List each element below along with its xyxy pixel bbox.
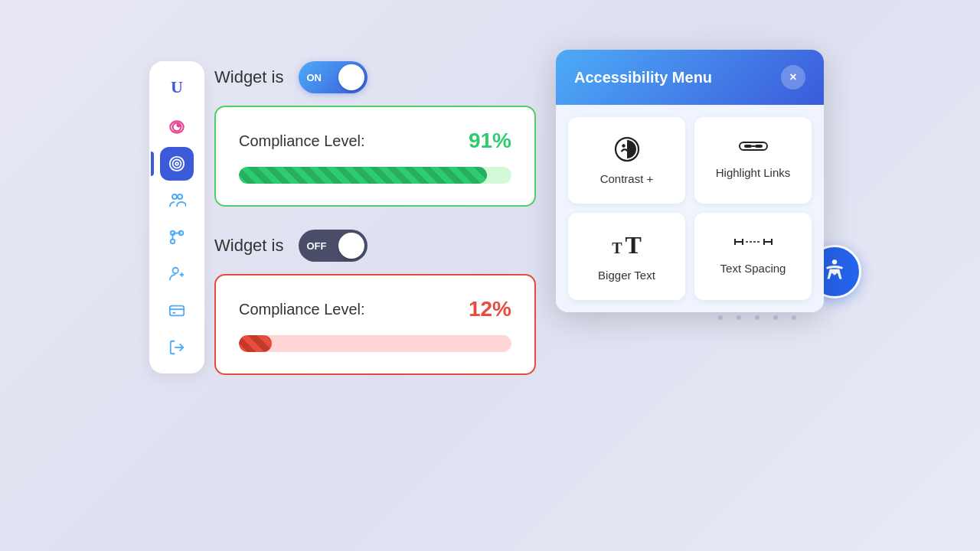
svg-rect-21 — [744, 145, 752, 148]
sidebar-item-person-add[interactable] — [160, 257, 194, 291]
compliance-on-label: Compliance Level: — [239, 132, 365, 150]
sidebar-item-users[interactable] — [160, 184, 194, 217]
compliance-off-value: 12% — [469, 297, 511, 321]
compliance-card-green: Compliance Level: 91% — [214, 106, 536, 207]
sidebar: U — [149, 61, 204, 373]
modal-title: Accessibility Menu — [574, 69, 712, 86]
highlight-links-option[interactable]: Highlight Links — [694, 117, 812, 204]
toggle-on-text: ON — [306, 72, 322, 83]
users-icon — [168, 191, 186, 210]
svg-point-6 — [178, 194, 182, 199]
progress-bar-red-bg — [239, 335, 511, 352]
sidebar-item-logo[interactable]: U — [160, 70, 194, 104]
exit-icon — [168, 339, 185, 356]
person-add-icon — [168, 266, 185, 282]
bigger-text-label: Bigger Text — [598, 269, 655, 282]
sidebar-item-card[interactable] — [160, 294, 194, 328]
compliance-off-label: Compliance Level: — [239, 301, 365, 318]
svg-point-3 — [173, 160, 181, 168]
sidebar-item-analytics[interactable] — [160, 147, 194, 181]
highlight-links-label: Highlight Links — [716, 166, 791, 179]
contrast-label: Contrast + — [600, 172, 654, 185]
progress-bar-green-bg — [239, 167, 511, 184]
widget-off-label: Widget is — [214, 236, 283, 256]
svg-point-2 — [170, 157, 184, 171]
sidebar-item-exit[interactable] — [160, 331, 194, 364]
close-icon: × — [789, 70, 796, 84]
toggle-off-thumb — [338, 233, 364, 259]
toggle-on-thumb — [338, 64, 364, 90]
svg-point-11 — [173, 268, 178, 273]
compliance-on-value: 91% — [469, 129, 511, 153]
text-spacing-icon — [733, 231, 773, 253]
target-icon — [168, 155, 185, 172]
accessibility-modal: Accessibility Menu × Contrast + Highlig — [556, 50, 824, 312]
main-content: Widget is ON Compliance Level: 91% Widge… — [214, 61, 559, 375]
contrast-icon — [613, 135, 641, 163]
compliance-on-row: Compliance Level: 91% — [239, 129, 511, 153]
progress-bar-red-fill — [239, 335, 272, 352]
svg-point-18 — [832, 259, 837, 264]
sidebar-item-monitor[interactable] — [160, 110, 194, 144]
svg-point-7 — [171, 240, 175, 244]
modal-header: Accessibility Menu × — [556, 50, 824, 105]
accessibility-icon — [820, 257, 849, 286]
modal-close-button[interactable]: × — [781, 65, 805, 90]
svg-point-5 — [172, 194, 177, 199]
toggle-off-text: OFF — [306, 240, 326, 252]
svg-point-4 — [175, 162, 178, 165]
widget-on-section: Widget is ON Compliance Level: 91% — [214, 61, 559, 207]
toggle-on-button[interactable]: ON — [299, 61, 368, 93]
svg-rect-22 — [755, 145, 763, 148]
svg-point-1 — [178, 124, 180, 126]
contrast-option[interactable]: Contrast + — [568, 117, 685, 204]
widget-off-row: Widget is OFF — [214, 230, 559, 262]
toggle-off-button[interactable]: OFF — [299, 230, 368, 262]
compliance-off-row: Compliance Level: 12% — [239, 297, 511, 321]
svg-point-19 — [622, 144, 626, 148]
text-spacing-label: Text Spacing — [720, 262, 786, 275]
compliance-card-red: Compliance Level: 12% — [214, 274, 536, 375]
modal-body: Contrast + Highlight Links T T Bigger Te… — [556, 105, 824, 312]
svg-rect-14 — [170, 306, 184, 316]
bigger-text-icon: T T — [612, 231, 642, 259]
widget-on-label: Widget is — [214, 67, 283, 87]
progress-bar-green-fill — [239, 167, 487, 184]
text-spacing-option[interactable]: Text Spacing — [694, 213, 812, 300]
highlight-links-icon — [738, 135, 769, 157]
eye-icon — [167, 117, 187, 137]
bigger-text-option[interactable]: T T Bigger Text — [568, 213, 685, 300]
branch-icon — [168, 229, 185, 246]
widget-on-row: Widget is ON — [214, 61, 559, 93]
sidebar-item-branch[interactable] — [160, 220, 194, 254]
card-icon — [168, 302, 185, 319]
widget-off-section: Widget is OFF Compliance Level: 12% — [214, 230, 559, 375]
